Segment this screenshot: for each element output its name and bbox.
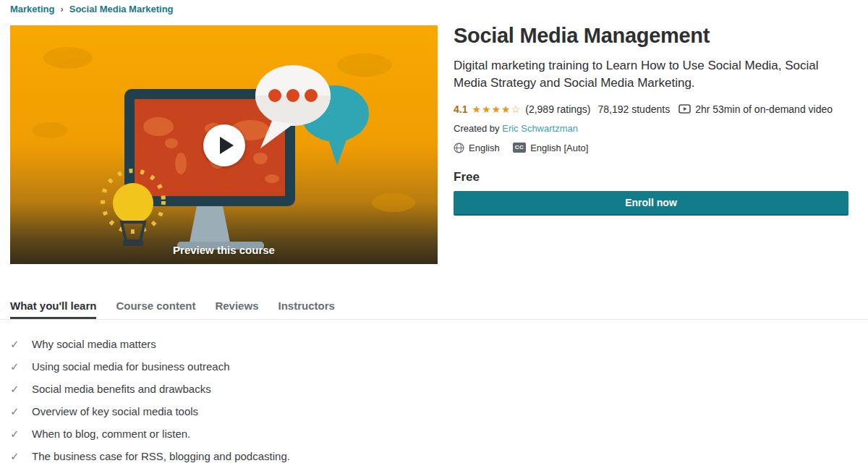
play-icon xyxy=(220,137,234,154)
page-title: Social Media Management xyxy=(454,24,848,48)
tab-reviews[interactable]: Reviews xyxy=(215,294,258,319)
video-icon xyxy=(678,104,691,114)
course-summary-panel: Social Media Management Digital marketin… xyxy=(454,24,848,216)
tab-what-youll-learn[interactable]: What you'll learn xyxy=(10,294,96,319)
check-icon: ✓ xyxy=(10,450,22,463)
list-item: ✓ Using social media for business outrea… xyxy=(10,360,290,373)
enroll-now-button[interactable]: Enroll now xyxy=(454,191,848,216)
stars-empty: ☆ xyxy=(511,103,522,115)
course-meta-row: 4.1 ★★★★☆ (2,989 ratings) 78,192 student… xyxy=(454,103,848,115)
ratings-count: (2,989 ratings) xyxy=(525,103,590,115)
instructor-link[interactable]: Eric Schwartzman xyxy=(502,123,578,134)
breadcrumb-link-marketing[interactable]: Marketing xyxy=(10,4,54,14)
language-label: English xyxy=(469,143,500,153)
learn-item-text: When to blog, comment or listen. xyxy=(32,428,190,441)
learn-item-text: Overview of key social media tools xyxy=(32,405,198,418)
breadcrumb-link-social-media-marketing[interactable]: Social Media Marketing xyxy=(69,4,174,14)
duration-wrap: 2hr 53min of on-demand video xyxy=(678,103,833,115)
check-icon: ✓ xyxy=(10,338,22,351)
rating-value: 4.1 xyxy=(454,103,467,115)
students-count: 78,192 students xyxy=(598,103,671,115)
created-by-row: Created by Eric Schwartzman xyxy=(454,123,848,134)
list-item: ✓ Why social media matters xyxy=(10,338,290,351)
preview-course-label: Preview this course xyxy=(10,244,438,256)
closed-captions-icon: CC xyxy=(513,143,527,153)
course-preview-thumbnail[interactable]: Preview this course xyxy=(10,25,438,264)
course-tabs: What you'll learn Course content Reviews… xyxy=(0,294,868,320)
tab-instructors[interactable]: Instructors xyxy=(278,294,334,319)
learn-item-text: Social media benefits and drawbacks xyxy=(32,383,211,396)
check-icon: ✓ xyxy=(10,383,22,396)
price-label: Free xyxy=(454,170,848,184)
breadcrumb: Marketing › Social Media Marketing xyxy=(10,4,174,14)
check-icon: ✓ xyxy=(10,428,22,441)
learn-item-text: Using social media for business outreach xyxy=(32,360,229,373)
check-icon: ✓ xyxy=(10,405,22,418)
list-item: ✓ Overview of key social media tools xyxy=(10,405,290,418)
globe-icon xyxy=(454,143,464,153)
tab-course-content[interactable]: Course content xyxy=(116,294,195,319)
captions-label: English [Auto] xyxy=(530,143,588,153)
list-item: ✓ The business case for RSS, blogging an… xyxy=(10,450,290,463)
duration-text: 2hr 53min of on-demand video xyxy=(695,103,833,115)
language-group: English xyxy=(454,143,500,153)
list-item: ✓ Social media benefits and drawbacks xyxy=(10,383,290,396)
star-rating-icon: ★★★★☆ xyxy=(472,103,521,115)
course-subtitle: Digital marketing training to Learn How … xyxy=(454,57,848,92)
language-row: English CC English [Auto] xyxy=(454,143,848,153)
learn-item-text: The business case for RSS, blogging and … xyxy=(32,450,290,463)
learn-list: ✓ Why social media matters ✓ Using socia… xyxy=(10,338,290,471)
created-by-label: Created by xyxy=(454,123,500,134)
captions-group: CC English [Auto] xyxy=(513,143,589,153)
learn-item-text: Why social media matters xyxy=(32,338,156,351)
check-icon: ✓ xyxy=(10,360,22,373)
play-button[interactable] xyxy=(203,124,245,166)
chevron-right-icon: › xyxy=(60,4,63,14)
stars-filled: ★★★★ xyxy=(472,103,511,115)
list-item: ✓ When to blog, comment or listen. xyxy=(10,428,290,441)
